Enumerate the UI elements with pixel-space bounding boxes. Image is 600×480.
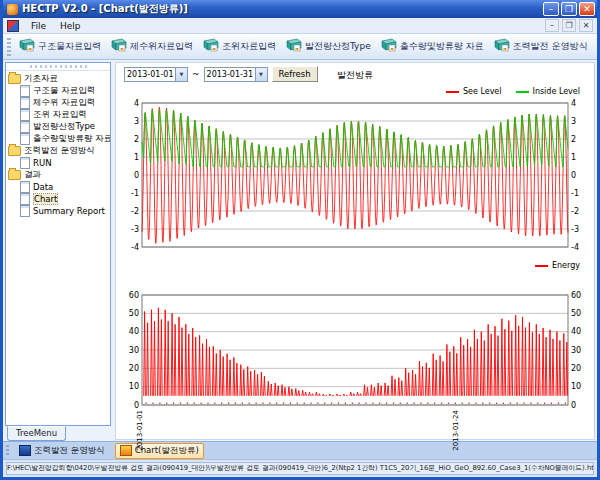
page-icon (20, 121, 30, 133)
page-icon (20, 157, 30, 169)
svg-text:-2: -2 (571, 207, 579, 216)
svg-text:-4: -4 (131, 243, 139, 252)
toolbar-button-1[interactable]: 구조물자료입력 (15, 35, 105, 58)
svg-text:60: 60 (129, 291, 139, 300)
tree-item-label: 조력발전 운영방식 (24, 145, 95, 157)
toolbar-button-2[interactable]: 제수위자료입력 (107, 35, 197, 58)
svg-text:60: 60 (571, 291, 581, 300)
svg-text:-3: -3 (571, 225, 579, 234)
tree-item-label: RUN (33, 158, 52, 168)
tree-item-label: Chart (33, 193, 58, 205)
menu-file[interactable]: File (24, 20, 53, 32)
mdi-minimize-button[interactable]: – (545, 19, 559, 32)
svg-text:2: 2 (571, 135, 576, 144)
tree-item-folder-0[interactable]: 기초자료 (8, 73, 110, 85)
app-icon (7, 4, 18, 15)
device-icon (286, 37, 302, 56)
document-icon (7, 20, 19, 32)
workspace: 기초자료구조물 자료입력제수위 자료입력조위 자료입력발전량산정Type출수량및… (3, 60, 597, 441)
toolbar-button-label: 구조물자료입력 (38, 40, 101, 53)
panel-grip[interactable] (6, 63, 110, 71)
legend-entry-see-level: See Level (446, 87, 502, 96)
svg-text:0: 0 (571, 401, 576, 410)
tree-panel: 기초자료구조물 자료입력제수위 자료입력조위 자료입력발전량산정Type출수량및… (5, 62, 111, 426)
tree-item-label: 발전량산정Type (33, 121, 95, 133)
tree-item-5[interactable]: 출수량및방류량 자료 (8, 133, 110, 145)
tree-item-2[interactable]: 제수위 자료입력 (8, 97, 110, 109)
toolbar-button-5[interactable]: 출수량및방류량 자료 (377, 35, 488, 58)
window-icon (19, 445, 31, 456)
legend-line-icon (446, 91, 459, 93)
svg-text:20: 20 (571, 364, 581, 373)
tree-item-label: Data (33, 182, 53, 192)
svg-text:50: 50 (571, 309, 581, 318)
toolbar-button-4[interactable]: 발전량산정Type (282, 35, 375, 58)
level-chart: -4-4-3-3-2-2-1-10011223344 (116, 97, 598, 257)
page-icon (20, 181, 30, 193)
toolbar: 구조물자료입력제수위자료입력조위자료입력발전량산정Type출수량및방류량 자료조… (3, 34, 597, 60)
device-icon (19, 37, 35, 56)
page-icon (20, 133, 30, 145)
chart-title: 발전방류 (116, 69, 594, 82)
mdi-close-button[interactable]: ✕ (579, 19, 593, 32)
svg-text:10: 10 (571, 382, 581, 391)
toolbar-button-6[interactable]: 조력발전 운영방식 (490, 35, 592, 58)
svg-text:-2: -2 (131, 207, 139, 216)
app-window: HECTP V2.0 - [Chart(발전방류)] – ❐ ✕ File He… (0, 0, 600, 480)
legend-sea-inside: See LevelInside Level (446, 87, 580, 96)
tree-item-folder-6[interactable]: 조력발전 운영방식 (8, 145, 110, 157)
tree-item-10[interactable]: Chart (8, 193, 110, 205)
maximize-button[interactable]: ❐ (561, 2, 577, 16)
tree-item-1[interactable]: 구조물 자료입력 (8, 85, 110, 97)
minimize-button[interactable]: – (543, 2, 559, 16)
toolbar-grip[interactable] (7, 38, 11, 56)
menu-help[interactable]: Help (53, 20, 88, 32)
mdi-window-controls: – ❐ ✕ (545, 19, 593, 32)
page-icon (20, 85, 30, 97)
close-button[interactable]: ✕ (579, 2, 595, 16)
taskbar-grip[interactable] (6, 445, 9, 457)
tree-item-label: 구조물 자료입력 (33, 85, 95, 97)
legend-entry-inside-level: Inside Level (516, 87, 580, 96)
folder-icon (8, 146, 21, 156)
tree: 기초자료구조물 자료입력제수위 자료입력조위 자료입력발전량산정Type출수량및… (6, 71, 110, 217)
svg-text:0: 0 (134, 401, 139, 410)
svg-text:30: 30 (571, 346, 581, 355)
tree-item-label: Summary Report (33, 206, 105, 216)
legend-entry-energy: Energy (535, 261, 580, 270)
mdi-restore-button[interactable]: ❐ (562, 19, 576, 32)
window-title: HECTP V2.0 - [Chart(발전방류)] (22, 2, 541, 16)
tree-item-3[interactable]: 조위 자료입력 (8, 109, 110, 121)
svg-text:-1: -1 (131, 189, 139, 198)
energy-chart: 001010202030304040505060602013-01-012013… (116, 275, 598, 455)
tree-item-11[interactable]: Summary Report (8, 205, 110, 217)
toolbar-button-label: 제수위자료입력 (130, 40, 193, 53)
page-icon (20, 205, 30, 217)
svg-text:40: 40 (571, 327, 581, 336)
toolbar-button-3[interactable]: 조위자료입력 (199, 35, 280, 58)
taskbar-item-1[interactable]: 조력발전 운영방식 (15, 444, 109, 458)
page-icon (20, 193, 30, 205)
svg-text:40: 40 (129, 327, 139, 336)
svg-text:4: 4 (571, 99, 576, 108)
title-bar[interactable]: HECTP V2.0 - [Chart(발전방류)] – ❐ ✕ (3, 0, 597, 18)
tree-item-folder-8[interactable]: 결과 (8, 169, 110, 181)
tree-item-7[interactable]: RUN (8, 157, 110, 169)
toolbar-button-label: 조위자료입력 (222, 40, 276, 53)
tree-item-label: 제수위 자료입력 (33, 97, 95, 109)
svg-text:1: 1 (571, 153, 576, 162)
tree-item-4[interactable]: 발전량산정Type (8, 121, 110, 133)
svg-text:3: 3 (134, 117, 139, 126)
tree-item-9[interactable]: Data (8, 181, 110, 193)
device-icon (494, 37, 510, 56)
svg-text:2013-01-01: 2013-01-01 (136, 410, 144, 451)
legend-line-icon (535, 265, 548, 267)
svg-text:2: 2 (134, 135, 139, 144)
svg-text:20: 20 (129, 364, 139, 373)
tab-treemenu[interactable]: TreeMenu (7, 426, 66, 441)
legend-label: See Level (463, 87, 502, 96)
toolbar-button-label: 출수량및방류량 자료 (400, 40, 484, 53)
legend-label: Energy (552, 261, 580, 270)
svg-text:0: 0 (134, 171, 139, 180)
svg-text:-1: -1 (571, 189, 579, 198)
